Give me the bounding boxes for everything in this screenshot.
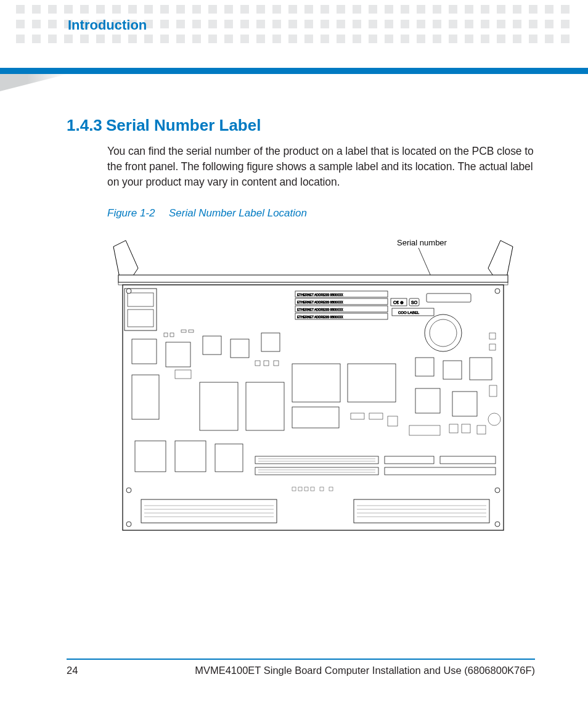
svg-rect-72 bbox=[354, 499, 489, 523]
svg-rect-60 bbox=[489, 385, 497, 396]
svg-rect-36 bbox=[443, 361, 462, 379]
svg-rect-58 bbox=[489, 333, 496, 339]
svg-rect-71 bbox=[141, 499, 277, 523]
svg-rect-33 bbox=[132, 375, 159, 419]
svg-rect-28 bbox=[261, 333, 280, 351]
svg-rect-51 bbox=[351, 413, 364, 419]
svg-point-82 bbox=[495, 289, 500, 293]
svg-rect-40 bbox=[135, 441, 166, 472]
header-rule bbox=[0, 68, 588, 74]
svg-rect-54 bbox=[409, 425, 440, 435]
figure-caption: Figure 1-2Serial Number Label Location bbox=[107, 207, 535, 220]
svg-point-83 bbox=[126, 522, 131, 527]
svg-text:C€ ⊕: C€ ⊕ bbox=[393, 300, 404, 305]
svg-rect-21 bbox=[128, 310, 153, 327]
serial-number-callout: Serial number bbox=[397, 238, 447, 247]
svg-rect-53 bbox=[388, 416, 398, 426]
svg-point-86 bbox=[495, 488, 500, 493]
svg-rect-42 bbox=[215, 444, 243, 472]
svg-rect-65 bbox=[255, 467, 378, 475]
chapter-title: Introduction bbox=[68, 17, 147, 33]
svg-rect-91 bbox=[320, 487, 324, 491]
footer-doc-title: MVME4100ET Single Board Computer Install… bbox=[91, 665, 535, 676]
section-heading: 1.4.3Serial Number Label bbox=[67, 116, 535, 135]
svg-rect-38 bbox=[415, 388, 440, 413]
svg-rect-63 bbox=[385, 456, 434, 464]
svg-rect-2 bbox=[118, 282, 508, 285]
section-title: Serial Number Label bbox=[106, 116, 261, 134]
svg-rect-64 bbox=[440, 456, 496, 464]
footer-rule bbox=[67, 659, 535, 660]
svg-rect-27 bbox=[231, 339, 249, 358]
pcb-diagram: Serial number ETHERNET ADDRESS 0800XXX E bbox=[107, 234, 519, 543]
svg-rect-30 bbox=[348, 364, 396, 402]
svg-point-85 bbox=[126, 488, 131, 493]
svg-rect-48 bbox=[264, 361, 269, 366]
figure-title: Serial Number Label Location bbox=[169, 207, 307, 219]
svg-rect-59 bbox=[489, 344, 496, 350]
svg-text:SO: SO bbox=[411, 300, 418, 305]
svg-rect-20 bbox=[128, 293, 153, 306]
page-footer: 24 MVME4100ET Single Board Computer Inst… bbox=[67, 659, 535, 676]
svg-text:ETHERNET ADDRESS 0800XXX: ETHERNET ADDRESS 0800XXX bbox=[297, 300, 343, 304]
svg-rect-37 bbox=[470, 358, 492, 380]
svg-text:ETHERNET ADDRESS 0800XXX: ETHERNET ADDRESS 0800XXX bbox=[297, 308, 343, 311]
svg-rect-43 bbox=[164, 333, 168, 337]
svg-rect-34 bbox=[292, 407, 339, 428]
svg-rect-32 bbox=[246, 382, 284, 430]
svg-point-23 bbox=[430, 319, 457, 347]
svg-rect-1 bbox=[118, 275, 508, 282]
svg-rect-47 bbox=[255, 361, 260, 366]
page-number: 24 bbox=[67, 665, 91, 676]
svg-rect-92 bbox=[329, 487, 333, 491]
svg-rect-29 bbox=[292, 364, 340, 402]
svg-rect-49 bbox=[274, 361, 279, 366]
svg-rect-62 bbox=[255, 456, 378, 464]
svg-rect-88 bbox=[298, 487, 302, 491]
svg-text:ETHERNET ADDRESS 0800XXX: ETHERNET ADDRESS 0800XXX bbox=[297, 293, 343, 297]
figure-number: Figure 1-2 bbox=[107, 207, 169, 220]
svg-text:ETHERNET ADDRESS 0800XXX: ETHERNET ADDRESS 0800XXX bbox=[297, 315, 343, 319]
svg-rect-45 bbox=[181, 330, 186, 332]
svg-text:COO LABEL: COO LABEL bbox=[398, 311, 420, 314]
svg-rect-90 bbox=[311, 487, 314, 491]
svg-rect-50 bbox=[175, 370, 191, 379]
svg-rect-44 bbox=[170, 333, 174, 337]
svg-rect-24 bbox=[132, 339, 157, 364]
svg-rect-66 bbox=[385, 467, 496, 475]
svg-point-61 bbox=[488, 413, 500, 425]
svg-rect-31 bbox=[200, 382, 238, 430]
svg-rect-57 bbox=[477, 425, 486, 434]
svg-rect-56 bbox=[462, 424, 470, 433]
svg-rect-39 bbox=[452, 392, 477, 416]
svg-point-84 bbox=[495, 522, 500, 527]
header-triangle bbox=[0, 74, 68, 91]
svg-rect-26 bbox=[203, 336, 221, 355]
svg-rect-46 bbox=[189, 330, 194, 332]
svg-point-81 bbox=[126, 289, 131, 293]
svg-rect-55 bbox=[449, 424, 458, 433]
section-number: 1.4.3 bbox=[67, 116, 106, 135]
svg-rect-41 bbox=[175, 441, 206, 472]
svg-rect-52 bbox=[369, 413, 383, 419]
section-body: You can find the serial number of the pr… bbox=[107, 144, 535, 190]
svg-rect-16 bbox=[427, 293, 471, 302]
svg-rect-89 bbox=[304, 487, 308, 491]
svg-rect-87 bbox=[292, 487, 296, 491]
svg-rect-35 bbox=[415, 358, 434, 376]
svg-rect-25 bbox=[166, 342, 190, 367]
